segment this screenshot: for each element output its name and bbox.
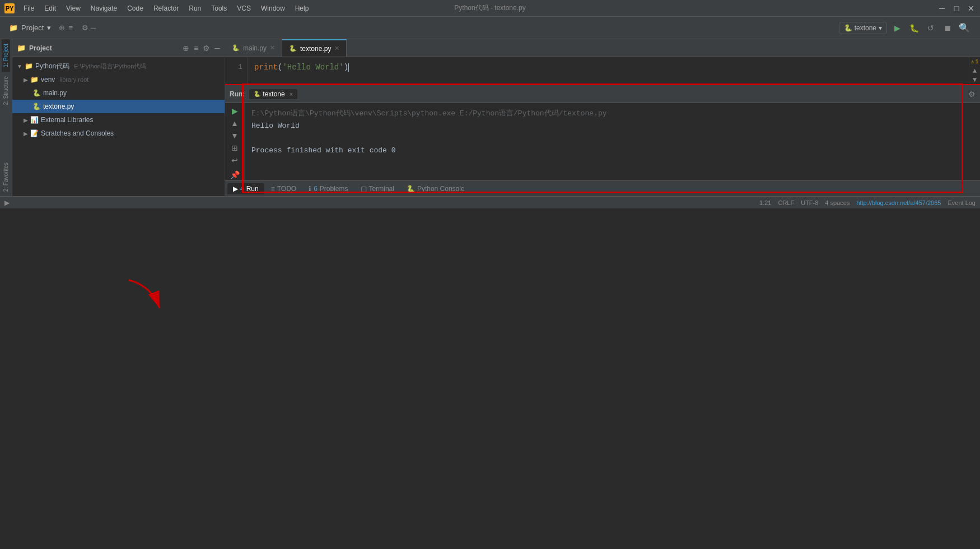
- library-icon: 📊: [30, 116, 39, 124]
- todo-icon: ≡: [271, 185, 275, 193]
- window-controls: ─ □ ✕: [937, 4, 976, 13]
- project-label: Project: [21, 24, 44, 32]
- menu-file[interactable]: File: [19, 3, 39, 13]
- scroll-down-icon[interactable]: ▼: [973, 76, 977, 84]
- tree-item-label: venv: [41, 76, 55, 83]
- run-tab-textone[interactable]: 🐍 textone ×: [249, 89, 297, 99]
- title-bar: PY File Edit View Navigate Code Refactor…: [0, 0, 980, 17]
- tab-close-icon[interactable]: ✕: [334, 45, 339, 52]
- run-stop-button[interactable]: ⏹: [941, 21, 954, 35]
- menu-tools[interactable]: Tools: [207, 3, 231, 13]
- run-controls: 🐍 textone ▾ ▶ 🐛 ↺ ⏹ 🔍: [839, 21, 976, 35]
- editor-content[interactable]: 1 print('Hello World') ⚠ 1 ▲ ▼: [225, 57, 980, 84]
- menu-view[interactable]: View: [62, 3, 85, 13]
- run-wrap-button[interactable]: ↩: [228, 156, 241, 165]
- collapse-arrow-icon: ▶: [24, 117, 28, 123]
- run-settings-icon[interactable]: ⚙: [968, 90, 976, 99]
- window-title: Python代码 - textone.py: [454, 3, 525, 13]
- menu-run[interactable]: Run: [184, 3, 206, 13]
- run-restart-button[interactable]: ▶: [228, 106, 241, 115]
- tab-main-py[interactable]: 🐍 main.py ✕: [225, 39, 282, 57]
- bottom-tab-python-console[interactable]: 🐍 Python Console: [401, 183, 470, 194]
- run-icon[interactable]: ▶: [4, 199, 10, 207]
- tree-item-external-libraries[interactable]: ▶ 📊 External Libraries: [12, 113, 225, 127]
- status-position[interactable]: 1:21: [759, 199, 771, 206]
- panel-globe-icon[interactable]: ⊕: [183, 44, 189, 53]
- annotation-arrow: [118, 274, 174, 319]
- minimize-button[interactable]: ─: [937, 4, 946, 13]
- bottom-tab-todo[interactable]: ≡ TODO: [265, 183, 302, 194]
- content-area: 1: Project 2: Structure 2: Favorites 📁 P…: [0, 39, 980, 196]
- run-scroll-up-button[interactable]: ▲: [228, 119, 241, 128]
- bottom-tab-problems[interactable]: ℹ 6 Problems: [303, 183, 353, 194]
- run-debug-button[interactable]: 🐛: [907, 21, 921, 35]
- scratches-icon: 📝: [30, 129, 39, 137]
- run-tab-close-icon[interactable]: ×: [290, 91, 293, 97]
- panel-list-icon[interactable]: ≡: [194, 44, 198, 53]
- menu-help[interactable]: Help: [291, 3, 314, 13]
- scroll-up-icon[interactable]: ▲: [973, 67, 977, 75]
- tab-close-icon[interactable]: ✕: [270, 44, 275, 52]
- status-indent[interactable]: 4 spaces: [825, 199, 850, 206]
- bottom-tab-terminal[interactable]: ▢ Terminal: [355, 183, 400, 194]
- run-output-line-4: Process finished with exit code 0: [251, 145, 973, 157]
- run-config-selector[interactable]: 🐍 textone ▾: [839, 22, 887, 34]
- settings-icon[interactable]: ⚙: [82, 24, 88, 32]
- todo-label: TODO: [277, 185, 296, 193]
- run-config-dropdown-icon: ▾: [879, 24, 882, 32]
- sidebar-item-structure[interactable]: 2: Structure: [2, 72, 10, 110]
- editor-tab-bar: 🐍 main.py ✕ 🐍 textone.py ✕: [225, 39, 980, 57]
- code-editor[interactable]: print('Hello World'): [248, 57, 969, 84]
- status-event-log[interactable]: Event Log: [948, 199, 976, 206]
- editor-area: 🐍 main.py ✕ 🐍 textone.py ✕ 1 print('Hell…: [225, 39, 980, 196]
- menu-window[interactable]: Window: [256, 3, 290, 13]
- tab-textone-py[interactable]: 🐍 textone.py ✕: [282, 39, 347, 57]
- line-numbers: 1: [225, 57, 248, 84]
- close-button[interactable]: ✕: [967, 4, 976, 13]
- tab-icon: 🐍: [232, 44, 240, 52]
- minimize-panel-icon[interactable]: ─: [91, 24, 96, 32]
- run-search-button[interactable]: 🔍: [958, 21, 971, 35]
- run-layout-button[interactable]: ⊞: [228, 143, 241, 152]
- list-icon: ≡: [68, 24, 73, 32]
- tree-item-root[interactable]: ▼ 📁 Python代码 E:\Python语言\Python代码: [12, 59, 225, 73]
- warning-icon: ⚠: [970, 58, 974, 65]
- panel-minimize-icon[interactable]: ─: [214, 44, 220, 53]
- sidebar-item-project[interactable]: 1: Project: [2, 39, 10, 72]
- run-rerun-button[interactable]: ↺: [924, 21, 937, 35]
- tree-item-venv[interactable]: ▶ 📁 venv library root: [12, 73, 225, 86]
- status-encoding[interactable]: UTF-8: [801, 199, 818, 206]
- menu-code[interactable]: Code: [123, 3, 148, 13]
- status-crlf[interactable]: CRLF: [778, 199, 794, 206]
- maximize-button[interactable]: □: [952, 4, 961, 13]
- run-tab-label: textone: [263, 90, 284, 98]
- warning-badge: ⚠ 1: [970, 58, 978, 65]
- bottom-tab-run[interactable]: ▶ 4 Run: [227, 183, 264, 194]
- dropdown-arrow-icon: ▾: [47, 24, 51, 32]
- panel-folder-icon: 📁: [17, 44, 26, 52]
- keyword-print: print: [254, 62, 278, 73]
- status-bar-left: ▶: [4, 199, 10, 207]
- tree-item-main-py[interactable]: 🐍 main.py: [12, 86, 225, 100]
- run-tab-bar: Run: 🐍 textone × ⚙: [225, 85, 980, 103]
- main-toolbar: 📁 Project ▾ ⊕ ≡ ⚙ ─ 🐍 textone ▾ ▶ 🐛 ↺ ⏹ …: [0, 17, 980, 39]
- run-output: E:\Python语言\Python代码\venv\Scripts\python…: [245, 103, 980, 180]
- panel-settings-icon[interactable]: ⚙: [203, 44, 210, 53]
- close-paren: ): [344, 62, 348, 73]
- run-play-button[interactable]: ▶: [890, 21, 904, 35]
- menu-navigate[interactable]: Navigate: [86, 3, 122, 13]
- menu-vcs[interactable]: VCS: [232, 3, 255, 13]
- venv-folder-icon: 📁: [30, 76, 39, 83]
- project-panel: 📁 Project ⊕ ≡ ⚙ ─ ▼ 📁 Python代码 E:\Python…: [12, 39, 225, 196]
- menu-edit[interactable]: Edit: [40, 3, 60, 13]
- menu-refactor[interactable]: Refactor: [149, 3, 183, 13]
- project-selector[interactable]: 📁 Project ▾ ⊕ ≡: [4, 21, 77, 34]
- tree-item-scratches[interactable]: ▶ 📝 Scratches and Consoles: [12, 127, 225, 140]
- run-pin-button[interactable]: 📌: [228, 170, 241, 179]
- run-sidebar: ▶ ▲ ▼ ⊞ ↩ 📌 🖨 🗑: [225, 103, 245, 180]
- problems-number: 6: [314, 185, 318, 193]
- run-scroll-down-button[interactable]: ▼: [228, 131, 241, 140]
- sidebar-item-favorites[interactable]: 2: Favorites: [2, 158, 10, 196]
- tree-item-textone-py[interactable]: 🐍 textone.py: [12, 100, 225, 113]
- folder-icon: 📁: [25, 62, 33, 70]
